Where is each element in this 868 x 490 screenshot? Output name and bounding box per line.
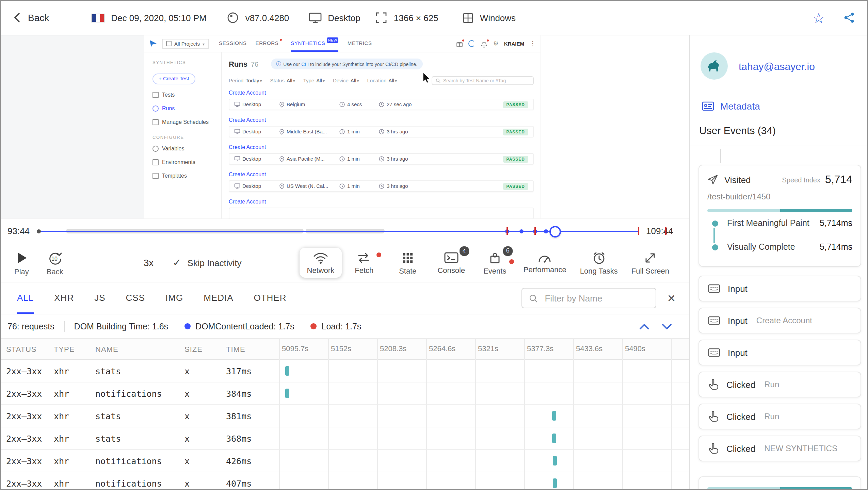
network-tab-other[interactable]: OTHER (254, 282, 286, 314)
time-ago-icon (379, 101, 385, 108)
jump-down-button[interactable] (661, 322, 673, 330)
play-button[interactable]: Play (14, 250, 29, 275)
network-request-row[interactable]: 2xx–3xx xhr notifications x 407ms (1, 472, 689, 490)
jump-up-button[interactable] (639, 322, 650, 330)
partial-visited-event-card[interactable] (698, 476, 861, 490)
share-icon[interactable] (843, 12, 855, 24)
waterfall-bar (285, 366, 289, 376)
back-10s-button[interactable]: 10 Back (47, 250, 63, 275)
panel-button-events[interactable]: 6 Events (474, 247, 516, 278)
run-group-name: Create Account (229, 199, 534, 205)
status-badge: PASSED (503, 101, 528, 108)
network-request-row[interactable]: 2xx–3xx xhr stats x 368ms (1, 427, 689, 450)
tests-icon (152, 92, 159, 98)
network-request-row[interactable]: 2xx–3xx xhr notifications x 426ms (1, 450, 689, 472)
network-tab-css[interactable]: CSS (126, 282, 145, 314)
network-panel-tabs: ALL XHR JS CSS IMG MEDIA OTHER × (1, 282, 689, 314)
run-row: Desktop Belgium 4 secs 27 sec ago PASSED (229, 99, 534, 110)
waterfall-bar (553, 478, 557, 488)
replayed-project-selector: All Projects ▾ (162, 38, 209, 49)
replay-viewport[interactable]: All Projects ▾ SESSIONS ERRORS SYNTHETIC… (1, 35, 689, 218)
cli-link: CLI (301, 62, 309, 66)
chevron-down-icon: ▾ (203, 41, 205, 46)
dom-building-time: DOM Building Time: 1.6s (74, 322, 168, 331)
col-name[interactable]: NAME (95, 345, 184, 353)
sidebar-section-label: SYNTHETICS (152, 60, 213, 65)
waterfall-header: 5095.7s 5152s 5208.3s 5264.6s 5321s 5377… (279, 339, 689, 359)
session-datetime: Dec 09, 2020, 05:10 PM (91, 13, 206, 23)
panel-button-console[interactable]: 4 Console (430, 248, 472, 278)
waterfall-bar (552, 434, 556, 443)
metric-dot (711, 243, 720, 251)
divider (64, 321, 65, 332)
time-tick: 5321s (478, 344, 498, 353)
hand-pointer-icon (708, 379, 719, 390)
metadata-button[interactable]: Metadata (702, 101, 760, 112)
time-tick: 5264.6s (429, 344, 455, 353)
bell-icon (481, 40, 488, 47)
network-request-row[interactable]: 2xx–3xx xhr stats x 381ms (1, 405, 689, 427)
sidebar-section-configure: CONFIGURE (152, 134, 213, 139)
environments-icon (152, 159, 159, 165)
favorite-star-icon[interactable]: ☆ (812, 11, 825, 25)
timeline-scrubber[interactable] (549, 226, 561, 238)
network-tab-js[interactable]: JS (94, 282, 105, 314)
panel-button-network[interactable]: Network (300, 248, 342, 278)
panel-button-long-tasks[interactable]: Long Tasks (574, 247, 624, 278)
panel-button-fetch[interactable]: Fetch (343, 248, 385, 277)
status-badge: PASSED (503, 156, 528, 162)
network-tab-img[interactable]: IMG (165, 282, 183, 314)
windows-icon (462, 12, 474, 23)
clicked-event-card[interactable]: Clicked NEW SYNTHETICS (698, 436, 861, 461)
panel-button-state[interactable]: State (387, 247, 429, 278)
fetch-icon (356, 251, 372, 264)
session-player-window: Back Dec 09, 2020, 05:10 PM v87.0.4280 D… (0, 0, 868, 490)
close-panel-button[interactable]: × (668, 291, 675, 305)
sidebar-item-templates: Templates (152, 173, 213, 179)
col-status[interactable]: STATUS (6, 345, 54, 353)
clicked-event-card[interactable]: Clicked Run (698, 372, 861, 397)
network-tab-xhr[interactable]: XHR (54, 282, 74, 314)
playback-speed-button[interactable]: 3x (144, 257, 154, 268)
col-type[interactable]: TYPE (54, 345, 95, 353)
network-tab-all[interactable]: ALL (17, 282, 34, 314)
input-event-card[interactable]: Input (698, 340, 861, 365)
input-event-card[interactable]: Input (698, 276, 861, 301)
runs-count: 76 (251, 60, 258, 68)
console-count-badge: 4 (458, 245, 470, 257)
col-size[interactable]: SIZE (184, 345, 226, 353)
col-time[interactable]: TIME (226, 345, 279, 353)
replayed-tab-synthetics: SYNTHETICSNEW (291, 35, 339, 52)
panel-button-full-screen[interactable]: Full Screen (625, 247, 675, 278)
session-info-sidebar: tahay@asayer.io Metadata User Events (34… (690, 35, 867, 490)
network-requests-table: STATUS TYPE NAME SIZE TIME 5095.7s 5152s… (1, 339, 689, 490)
animal-avatar-icon (706, 58, 722, 74)
network-request-row[interactable]: 2xx–3xx xhr notifications x 384ms (1, 382, 689, 405)
network-request-row[interactable]: 2xx–3xx xhr stats x 317ms (1, 360, 689, 382)
timeline-track[interactable] (39, 230, 639, 232)
speed-index-label: Speed Index (782, 176, 820, 183)
run-row: Desktop Asia Pacific (M... 1 min 3 hrs a… (229, 153, 534, 165)
visited-event-card[interactable]: Visited Speed Index 5,714 /test-builder/… (698, 165, 861, 267)
country-flag-icon (91, 13, 105, 22)
id-card-icon (702, 101, 714, 111)
divider (690, 146, 867, 146)
loading-spinner-icon (469, 40, 476, 47)
filter-by-name-input[interactable] (543, 292, 649, 304)
playback-timeline[interactable]: 93:44 109:44 (1, 218, 689, 244)
back-button[interactable]: Back (13, 12, 49, 23)
state-icon (401, 251, 415, 264)
network-tab-media[interactable]: MEDIA (204, 282, 233, 314)
status-badge: PASSED (503, 128, 528, 135)
replayed-app-nav: All Projects ▾ SESSIONS ERRORS SYNTHETIC… (144, 35, 541, 52)
speed-index-bar (707, 487, 852, 490)
panel-button-performance[interactable]: Performance (517, 248, 573, 277)
skip-inactivity-toggle[interactable]: ✓ Skip Inactivity (173, 257, 241, 269)
clicked-event-card[interactable]: Clicked Run (698, 404, 861, 429)
input-event-card[interactable]: Input Create Account (698, 308, 861, 333)
browser-version: v87.0.4280 (227, 12, 289, 24)
domcontentloaded-dot (184, 323, 191, 329)
sidebar-item-runs: Runs (152, 105, 213, 111)
run-row (229, 208, 534, 218)
error-marker (638, 227, 639, 235)
